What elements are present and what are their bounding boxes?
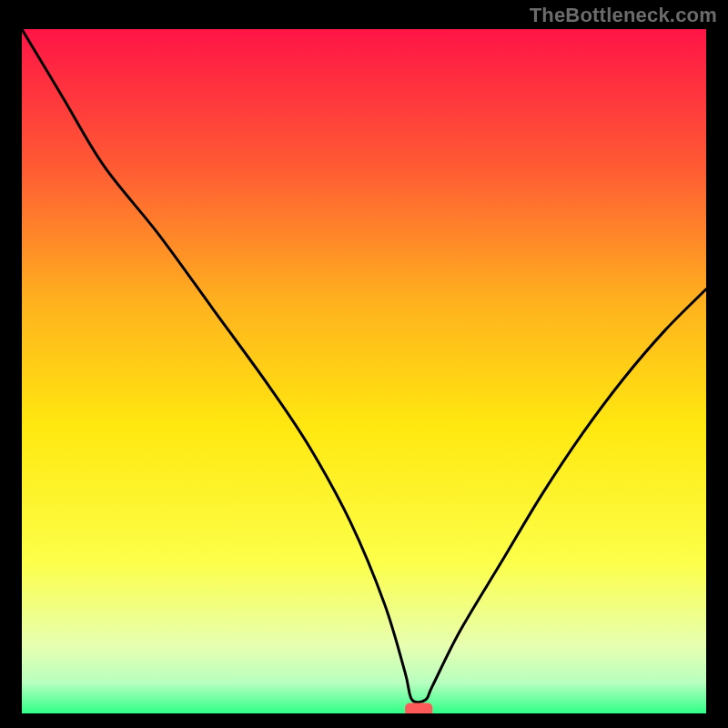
minimum-marker (405, 703, 432, 713)
chart-svg (22, 29, 706, 713)
chart-frame: TheBottleneck.com (0, 0, 728, 728)
watermark-label: TheBottleneck.com (530, 4, 717, 27)
chart-background (22, 29, 706, 713)
chart-plot (22, 29, 706, 713)
